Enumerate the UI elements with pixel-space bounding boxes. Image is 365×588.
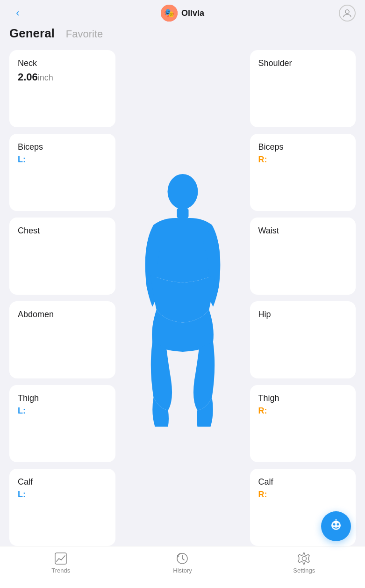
chest-card[interactable]: Chest — [9, 218, 115, 295]
thigh-r-title: Thigh — [258, 393, 348, 403]
svg-point-8 — [333, 523, 336, 526]
neck-card[interactable]: Neck 2.06inch — [9, 50, 115, 127]
biceps-l-card[interactable]: Biceps L: — [9, 134, 115, 211]
calf-r-sublabel: R: — [258, 490, 348, 500]
calf-l-sublabel: L: — [18, 490, 107, 500]
svg-point-16 — [302, 557, 306, 561]
tab-general[interactable]: General — [9, 26, 55, 41]
back-icon: ‹ — [16, 7, 19, 19]
history-icon — [176, 552, 189, 565]
thigh-r-sublabel: R: — [258, 406, 348, 416]
bottom-nav: Trends History Settings — [0, 546, 365, 588]
tab-favorite[interactable]: Favorite — [66, 26, 103, 41]
shoulder-title: Shoulder — [258, 58, 348, 68]
avatar: 🎭 — [161, 5, 178, 22]
header: ‹ 🎭 Olivia — [0, 0, 365, 26]
nav-trends[interactable]: Trends — [0, 552, 122, 574]
neck-value: 2.06 — [18, 71, 38, 83]
waist-title: Waist — [258, 226, 348, 236]
neck-title: Neck — [18, 58, 107, 68]
thigh-r-card[interactable]: Thigh R: — [250, 385, 356, 462]
body-silhouette-container — [122, 50, 243, 546]
header-center: 🎭 Olivia — [161, 5, 204, 22]
waist-card[interactable]: Waist — [250, 218, 356, 295]
svg-point-9 — [337, 523, 339, 526]
svg-rect-13 — [55, 553, 66, 564]
nav-settings[interactable]: Settings — [243, 552, 365, 574]
calf-l-title: Calf — [18, 477, 107, 487]
thigh-l-title: Thigh — [18, 393, 107, 403]
avatar-image: 🎭 — [161, 5, 178, 22]
svg-rect-10 — [335, 521, 337, 522]
chest-title: Chest — [18, 226, 107, 236]
settings-icon — [298, 552, 311, 565]
body-silhouette — [136, 169, 229, 427]
history-label: History — [173, 567, 192, 574]
svg-point-3 — [167, 174, 198, 209]
neck-unit: inch — [38, 73, 53, 82]
shoulder-card[interactable]: Shoulder — [250, 50, 356, 127]
biceps-l-title: Biceps — [18, 142, 107, 152]
back-button[interactable]: ‹ — [9, 5, 26, 22]
trends-label: Trends — [51, 567, 70, 574]
fab-robot-icon — [329, 519, 344, 534]
svg-text:🎭: 🎭 — [164, 8, 175, 18]
abdomen-title: Abdomen — [18, 310, 107, 319]
profile-icon — [342, 8, 352, 18]
biceps-r-card[interactable]: Biceps R: — [250, 134, 356, 211]
settings-label: Settings — [293, 567, 315, 574]
profile-button[interactable] — [339, 5, 356, 22]
neck-value-row: 2.06inch — [18, 71, 107, 83]
abdomen-card[interactable]: Abdomen — [9, 301, 115, 378]
calf-l-card[interactable]: Calf L: — [9, 469, 115, 546]
hip-title: Hip — [258, 310, 348, 319]
biceps-r-title: Biceps — [258, 142, 348, 152]
biceps-l-sublabel: L: — [18, 155, 107, 165]
thigh-l-sublabel: L: — [18, 406, 107, 416]
nav-history[interactable]: History — [122, 552, 243, 574]
svg-rect-4 — [177, 208, 188, 219]
biceps-r-sublabel: R: — [258, 155, 348, 165]
thigh-l-card[interactable]: Thigh L: — [9, 385, 115, 462]
svg-point-2 — [345, 10, 349, 14]
calf-r-title: Calf — [258, 477, 348, 487]
user-name: Olivia — [181, 8, 204, 18]
trends-icon — [54, 552, 67, 565]
hip-card[interactable]: Hip — [250, 301, 356, 378]
fab-button[interactable] — [321, 511, 351, 541]
measurement-grid: Neck 2.06inch Shoulder Biceps L: Biceps … — [0, 50, 365, 546]
tab-bar: General Favorite — [0, 26, 365, 41]
svg-point-12 — [336, 519, 337, 520]
